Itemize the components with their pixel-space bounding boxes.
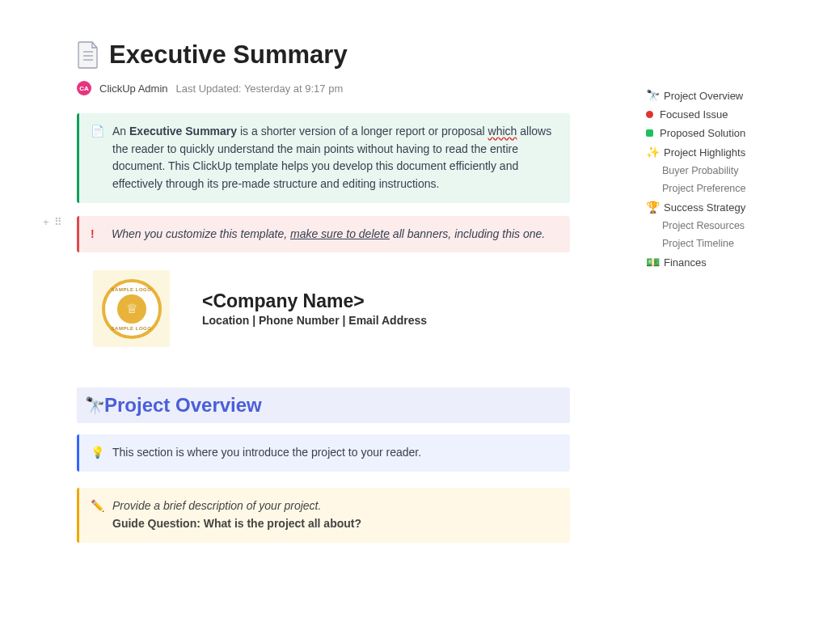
outline-sidebar: 🔭 Project Overview Focused Issue Propose…: [646, 86, 808, 272]
drag-handle-icon[interactable]: ⠿: [54, 216, 62, 228]
outline-item-project-resources[interactable]: Project Resources: [646, 217, 808, 235]
bulb-icon: 💡: [91, 444, 104, 462]
intro-text: An Executive Summary is a shorter versio…: [112, 123, 555, 193]
section-title: Project Overview: [104, 394, 262, 417]
outline-label: Project Overview: [664, 90, 743, 102]
block-handle[interactable]: + ⠿: [43, 216, 62, 228]
sparkle-icon: ✨: [646, 146, 657, 159]
outline-item-project-preference[interactable]: Project Preference: [646, 180, 808, 197]
outline-item-focused-issue[interactable]: Focused Issue: [646, 105, 808, 124]
overview-tip-banner[interactable]: 💡 This section is where you introduce th…: [77, 434, 570, 472]
outline-item-project-timeline[interactable]: Project Timeline: [646, 235, 808, 252]
author-avatar[interactable]: CA: [77, 81, 91, 95]
outline-label: Focused Issue: [660, 108, 728, 121]
outline-item-finances[interactable]: 💵 Finances: [646, 252, 808, 272]
outline-label: Buyer Probability: [662, 165, 739, 176]
add-block-icon[interactable]: +: [43, 216, 49, 228]
warning-banner[interactable]: ! When you customize this template, make…: [77, 216, 570, 253]
logo-box: SAMPLE LOGO ♕ SAMPLE LOGO: [93, 270, 170, 347]
outline-item-project-overview[interactable]: 🔭 Project Overview: [646, 86, 808, 105]
author-name[interactable]: ClickUp Admin: [99, 83, 168, 95]
company-subline[interactable]: Location | Phone Number | Email Address: [202, 314, 427, 327]
green-square-icon: [646, 129, 653, 137]
overview-tip-text: This section is where you introduce the …: [112, 444, 555, 462]
outline-label: Success Strategy: [664, 201, 745, 214]
outline-label: Finances: [664, 256, 707, 269]
intro-banner[interactable]: 📄 An Executive Summary is a shorter vers…: [77, 113, 570, 203]
outline-label: Project Resources: [662, 220, 745, 231]
telescope-icon: 🔭: [646, 89, 657, 102]
trophy-icon: 🏆: [646, 201, 657, 214]
outline-item-project-highlights[interactable]: ✨ Project Highlights: [646, 142, 808, 162]
overview-guide-banner[interactable]: ✏️ Provide a brief description of your p…: [77, 488, 570, 542]
exclamation-icon: !: [91, 226, 103, 243]
company-block[interactable]: SAMPLE LOGO ♕ SAMPLE LOGO <Company Name>…: [93, 270, 570, 347]
outline-item-proposed-solution[interactable]: Proposed Solution: [646, 124, 808, 142]
meta-row: CA ClickUp Admin Last Updated: Yesterday…: [77, 81, 570, 95]
note-icon: 📄: [91, 123, 104, 193]
company-name[interactable]: <Company Name>: [202, 290, 427, 312]
outline-label: Proposed Solution: [660, 127, 745, 139]
last-updated: Last Updated: Yesterday at 9:17 pm: [176, 83, 344, 95]
document-main: Executive Summary CA ClickUp Admin Last …: [77, 40, 570, 556]
section-header-overview[interactable]: 🔭 Project Overview: [77, 387, 570, 423]
outline-item-buyer-probability[interactable]: Buyer Probability: [646, 162, 808, 180]
outline-label: Project Highlights: [664, 146, 745, 159]
pencil-icon: ✏️: [91, 497, 104, 532]
page-title[interactable]: Executive Summary: [109, 40, 348, 70]
document-icon: [77, 41, 99, 69]
outline-label: Project Preference: [662, 183, 746, 194]
sample-logo-icon: SAMPLE LOGO ♕ SAMPLE LOGO: [102, 279, 162, 339]
company-info: <Company Name> Location | Phone Number |…: [202, 290, 427, 327]
outline-label: Project Timeline: [662, 238, 734, 249]
outline-item-success-strategy[interactable]: 🏆 Success Strategy: [646, 197, 808, 217]
title-row: Executive Summary: [77, 40, 570, 70]
warning-text: When you customize this template, make s…: [112, 226, 555, 243]
overview-guide-text: Provide a brief description of your proj…: [112, 497, 555, 532]
telescope-icon: 🔭: [85, 396, 96, 415]
money-icon: 💵: [646, 256, 657, 269]
red-dot-icon: [646, 111, 653, 118]
